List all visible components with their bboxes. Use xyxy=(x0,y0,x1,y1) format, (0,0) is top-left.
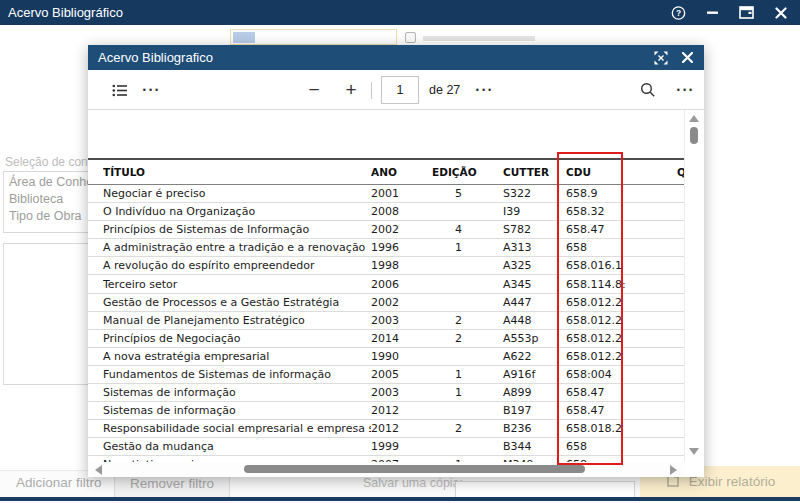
table-body: Negociar é preciso 2001 5 S322 658.9 O I… xyxy=(88,185,684,464)
report-toolbar: ••• − + de 27 ••• ••• xyxy=(88,70,704,110)
search-icon[interactable] xyxy=(636,70,660,110)
page-options-icon[interactable]: ••• xyxy=(473,70,497,110)
table-row: A administração entre a tradição e a ren… xyxy=(88,239,684,257)
col-header-titulo: TÍTULO xyxy=(103,166,371,178)
background-checkbox-label xyxy=(423,36,535,41)
cell-cutter: A622 xyxy=(503,350,566,363)
vertical-scroll-thumb[interactable] xyxy=(690,127,698,144)
cell-cutter: I39 xyxy=(503,205,566,218)
toolbar-divider xyxy=(371,82,372,99)
bottom-border-line xyxy=(0,497,800,501)
table-row: Manual de Planejamento Estratégico 2003 … xyxy=(88,312,684,330)
zoom-in-button[interactable]: + xyxy=(341,70,361,110)
background-text-input[interactable] xyxy=(230,29,397,45)
cell-edicao: 4 xyxy=(432,223,503,236)
cell-cdu: 658.012.2 xyxy=(566,314,677,327)
zoom-out-button[interactable]: − xyxy=(304,70,324,110)
cell-cdu: 658:004 xyxy=(566,368,677,381)
table-row: Sistemas de informação 2012 B197 658.47 xyxy=(88,402,684,420)
col-header-edicao: EDIÇÃO xyxy=(432,166,503,178)
cell-ano: 2014 xyxy=(371,332,432,345)
cell-ano: 2012 xyxy=(371,404,432,417)
cell-cdu: 658.47 xyxy=(566,386,677,399)
list-item[interactable]: Biblioteca xyxy=(9,191,96,208)
col-header-qt: QT. EX xyxy=(677,166,684,178)
add-filter-button[interactable]: Adicionar filtro xyxy=(16,475,102,490)
cell-cutter: A325 xyxy=(503,259,566,272)
cell-cutter: B197 xyxy=(503,404,566,417)
cell-ano: 2001 xyxy=(371,187,432,200)
modal-title: Acervo Bibliografico xyxy=(88,50,654,65)
cell-titulo: A nova estratégia empresarial xyxy=(103,350,371,363)
cell-titulo: Gestão de Processos e a Gestão Estratégi… xyxy=(103,296,371,309)
scroll-left-arrow-icon[interactable] xyxy=(95,465,102,475)
cell-ano: 2012 xyxy=(371,422,432,435)
scroll-down-arrow-icon[interactable] xyxy=(689,448,699,455)
cell-titulo: Princípios de Negociação xyxy=(103,332,371,345)
cell-cdu: 658.016.1 xyxy=(566,259,677,272)
report-modal: Acervo Bibliografico ••• − + xyxy=(88,45,704,477)
horizontal-scrollbar[interactable] xyxy=(88,462,684,477)
cell-titulo: Princípios de Sistemas de Informação xyxy=(103,223,371,236)
report-page: TÍTULO ANO EDIÇÃO CUTTER CDU QT. EX Nego… xyxy=(88,110,704,477)
cell-ano: 1998 xyxy=(371,259,432,272)
maximize-icon[interactable] xyxy=(739,5,754,20)
table-row: A nova estratégia empresarial 1990 A622 … xyxy=(88,348,684,366)
cell-titulo: Terceiro setor xyxy=(103,278,371,291)
cell-edicao: 2 xyxy=(432,332,503,345)
cell-edicao: 2 xyxy=(432,314,503,327)
cell-titulo: Gestão da mudança xyxy=(103,440,371,453)
vertical-scrollbar[interactable] xyxy=(684,110,704,462)
background-checkbox[interactable] xyxy=(405,32,416,43)
horizontal-scroll-thumb[interactable] xyxy=(244,465,585,473)
cell-cdu: 658.47 xyxy=(566,223,677,236)
cell-cdu: 658.114.8: xyxy=(566,278,677,291)
table-row: Negociar é preciso 2001 5 S322 658.9 xyxy=(88,185,684,203)
col-header-ano: ANO xyxy=(371,166,432,178)
toc-icon[interactable] xyxy=(108,70,132,110)
table-row: Fundamentos de Sistemas de informação 20… xyxy=(88,366,684,384)
cell-cutter: A313 xyxy=(503,241,566,254)
cell-cdu: 658.018.2 xyxy=(566,422,677,435)
cell-ano: 2002 xyxy=(371,296,432,309)
page-number-input[interactable] xyxy=(381,76,419,104)
cell-cutter: S322 xyxy=(503,187,566,200)
table-row: Gestão da mudança 1999 B344 658 xyxy=(88,438,684,456)
list-item[interactable]: Tipo de Obra xyxy=(9,208,96,225)
scroll-right-arrow-icon[interactable] xyxy=(670,465,677,475)
cell-titulo: Responsabilidade social empresarial e em… xyxy=(103,422,371,435)
cell-cdu: 658 xyxy=(566,440,677,453)
context-listbox[interactable]: Área de Conhe Biblioteca Tipo de Obra xyxy=(3,171,97,233)
cell-ano: 2003 xyxy=(371,314,432,327)
cell-cutter: B236 xyxy=(503,422,566,435)
modal-title-bar: Acervo Bibliografico xyxy=(88,45,704,70)
save-copy-input[interactable] xyxy=(455,481,635,498)
app-title-bar: Acervo Bibliográfico ? xyxy=(0,0,800,25)
export-options-icon[interactable]: ••• xyxy=(674,70,698,110)
cell-cdu: 658.012.2 xyxy=(566,350,677,363)
save-copy-label: Salvar uma cópia: xyxy=(363,476,463,490)
cell-cutter: A916f xyxy=(503,368,566,381)
app-title: Acervo Bibliográfico xyxy=(0,5,671,20)
cell-cutter: A899 xyxy=(503,386,566,399)
cell-edicao: 1 xyxy=(432,386,503,399)
help-icon[interactable]: ? xyxy=(671,5,686,20)
col-header-cutter: CUTTER xyxy=(503,166,566,178)
table-row: Responsabilidade social empresarial e em… xyxy=(88,420,684,438)
close-icon[interactable] xyxy=(773,5,788,20)
close-icon[interactable] xyxy=(680,51,694,65)
expand-icon[interactable] xyxy=(654,51,668,65)
scroll-up-arrow-icon[interactable] xyxy=(689,115,699,122)
cell-ano: 2002 xyxy=(371,223,432,236)
minimize-icon[interactable] xyxy=(705,5,720,20)
table-row: Gestão de Processos e a Gestão Estratégi… xyxy=(88,294,684,312)
table-header-row: TÍTULO ANO EDIÇÃO CUTTER CDU QT. EX xyxy=(88,158,684,185)
empty-listbox[interactable] xyxy=(3,243,97,385)
more-options-icon[interactable]: ••• xyxy=(140,70,164,110)
cell-titulo: Sistemas de informação xyxy=(103,386,371,399)
svg-text:?: ? xyxy=(676,8,681,18)
cell-titulo: Sistemas de informação xyxy=(103,404,371,417)
cell-ano: 2006 xyxy=(371,278,432,291)
list-item[interactable]: Área de Conhe xyxy=(9,174,96,191)
cell-ano: 2005 xyxy=(371,368,432,381)
